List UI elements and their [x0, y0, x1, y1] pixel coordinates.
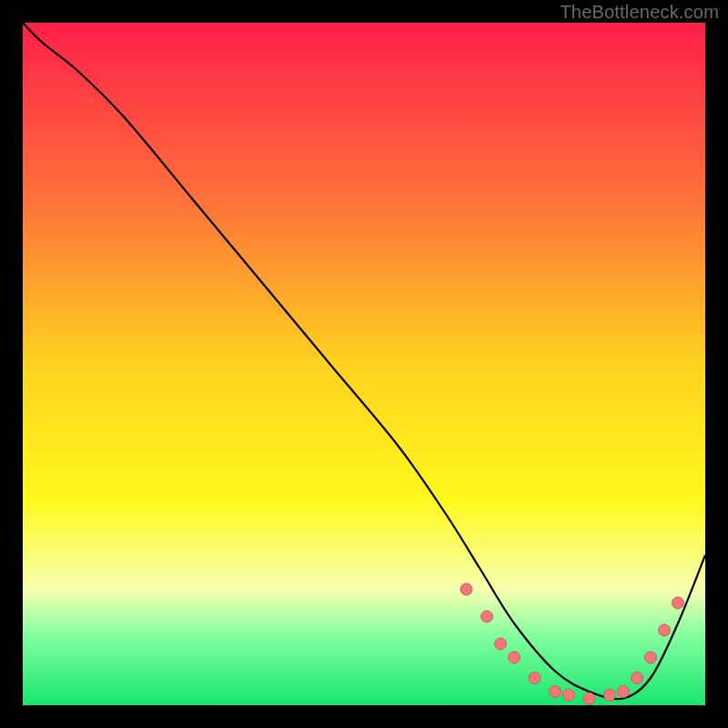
data-dot	[659, 624, 671, 636]
data-dot	[645, 652, 657, 663]
data-dot	[632, 672, 643, 684]
data-dot	[481, 611, 493, 622]
watermark-text: TheBottleneck.com	[560, 2, 719, 23]
data-dot	[563, 689, 575, 701]
data-dot	[604, 689, 616, 701]
data-dot	[509, 652, 521, 663]
data-dot	[618, 686, 630, 698]
plot-area	[23, 23, 705, 705]
data-dot	[495, 638, 507, 650]
chart-frame: TheBottleneck.com	[0, 0, 728, 728]
gradient-background	[23, 23, 705, 705]
data-dot	[583, 693, 595, 704]
data-dot	[672, 597, 684, 609]
chart-svg	[23, 23, 705, 705]
data-dot	[460, 583, 472, 595]
data-dot	[529, 672, 541, 684]
data-dot	[550, 686, 561, 698]
